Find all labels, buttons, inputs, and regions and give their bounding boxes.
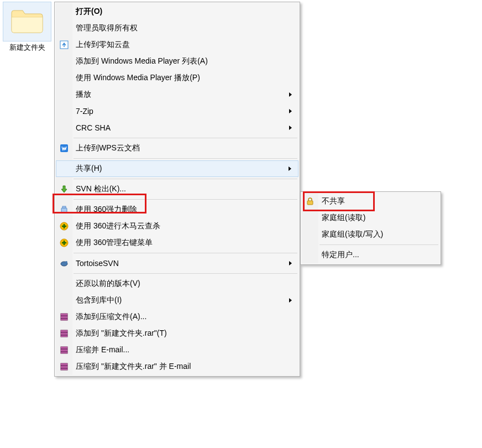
menu-item-label: 包含到库中(I) — [76, 295, 122, 305]
svg-rect-11 — [61, 319, 67, 320]
svg-rect-22 — [61, 366, 67, 368]
menu-item-label: 添加到 "新建文件夹.rar"(T) — [76, 329, 167, 338]
submenu-arrow-icon — [289, 92, 292, 97]
context-menu: 打开(O) 管理员取得所有权 上传到零知云盘 添加到 Windows Media… — [54, 2, 300, 377]
menu-item-label: 使用 360管理右键菜单 — [76, 238, 153, 248]
wps-icon — [59, 143, 69, 153]
menu-item-label: 添加到压缩文件(A)... — [76, 312, 146, 322]
menu-item-label: 共享(H) — [76, 164, 102, 174]
menu-item-label: 家庭组(读取) — [322, 213, 365, 223]
menu-separator — [74, 273, 297, 274]
menu-wmp-add[interactable]: 添加到 Windows Media Player 列表(A) — [56, 53, 298, 70]
menu-separator — [74, 253, 297, 253]
tortoise-icon — [59, 258, 69, 268]
menu-item-label: 使用 Windows Media Player 播放(P) — [76, 73, 200, 83]
menu-item-label: 添加到 Windows Media Player 列表(A) — [76, 56, 208, 66]
menu-item-label: CRC SHA — [76, 123, 111, 132]
menu-upload-cloud[interactable]: 上传到零知云盘 — [56, 37, 298, 53]
menu-item-label: 管理员取得所有权 — [76, 23, 138, 33]
menu-compress-rar-email[interactable]: 压缩到 "新建文件夹.rar" 并 E-mail — [56, 358, 298, 375]
menu-tortoisesvn[interactable]: TortoiseSVN — [56, 255, 298, 272]
svn-checkout-icon — [59, 184, 69, 194]
menu-add-rar[interactable]: 添加到 "新建文件夹.rar"(T) — [56, 325, 298, 342]
menu-share[interactable]: 共享(H) — [56, 160, 298, 177]
cloud-upload-icon — [59, 40, 69, 50]
plus-shield-icon — [59, 238, 69, 248]
desktop-folder[interactable]: 新建文件夹 — [3, 2, 51, 53]
menu-separator — [319, 244, 438, 245]
menu-item-label: 打开(O) — [76, 7, 102, 17]
menu-360-manage[interactable]: 使用 360管理右键菜单 — [56, 235, 298, 251]
menu-item-label: 压缩并 E-mail... — [76, 345, 129, 355]
menu-item-label: 上传到零知云盘 — [76, 40, 130, 50]
menu-item-label: 压缩到 "新建文件夹.rar" 并 E-mail — [76, 362, 191, 372]
menu-7zip[interactable]: 7-Zip — [56, 103, 298, 119]
svg-rect-13 — [61, 330, 67, 332]
submenu-specific-users[interactable]: 特定用户... — [302, 247, 439, 263]
menu-separator — [74, 138, 297, 138]
menu-separator — [74, 179, 297, 179]
submenu-arrow-icon — [289, 126, 292, 130]
menu-wmp-play[interactable]: 使用 Windows Media Player 播放(P) — [56, 70, 298, 86]
svg-rect-18 — [61, 350, 67, 351]
archive-icon — [59, 362, 69, 372]
menu-item-label: 还原以前的版本(V) — [76, 279, 140, 289]
share-submenu: 不共享 家庭组(读取) 家庭组(读取/写入) 特定用户... — [300, 191, 441, 265]
svg-rect-9 — [61, 314, 67, 315]
menu-crc-sha[interactable]: CRC SHA — [56, 119, 298, 136]
folder-icon-box — [3, 2, 51, 41]
archive-icon — [59, 329, 69, 338]
lock-icon — [305, 196, 315, 206]
svg-rect-24 — [307, 201, 313, 205]
menu-360-scan[interactable]: 使用 360进行木马云查杀 — [56, 218, 298, 235]
submenu-no-share[interactable]: 不共享 — [302, 193, 439, 210]
submenu-arrow-icon — [289, 109, 292, 113]
menu-item-label: SVN 检出(K)... — [76, 184, 126, 194]
menu-add-archive[interactable]: 添加到压缩文件(A)... — [56, 309, 298, 325]
menu-item-label: 家庭组(读取/写入) — [322, 230, 383, 239]
plus-shield-icon — [59, 221, 69, 231]
menu-separator — [74, 199, 297, 200]
svg-rect-17 — [61, 347, 67, 348]
menu-open[interactable]: 打开(O) — [56, 3, 298, 20]
menu-item-label: TortoiseSVN — [76, 259, 119, 268]
svg-rect-14 — [61, 333, 67, 335]
menu-upload-wps[interactable]: 上传到WPS云文档 — [56, 140, 298, 157]
svg-rect-15 — [61, 336, 67, 337]
svg-rect-23 — [61, 369, 67, 370]
svg-rect-3 — [62, 206, 66, 208]
svg-rect-2 — [61, 208, 67, 213]
svg-rect-1 — [60, 144, 68, 152]
folder-label: 新建文件夹 — [3, 43, 51, 53]
menu-restore-previous[interactable]: 还原以前的版本(V) — [56, 275, 298, 292]
submenu-homegroup-read[interactable]: 家庭组(读取) — [302, 210, 439, 226]
menu-item-label: 7-Zip — [76, 107, 93, 116]
svg-rect-19 — [61, 352, 67, 353]
svg-rect-21 — [61, 363, 67, 365]
submenu-arrow-icon — [289, 298, 292, 303]
submenu-arrow-icon — [289, 166, 291, 171]
menu-item-label: 使用 360强力删除 — [76, 205, 137, 215]
menu-include-library[interactable]: 包含到库中(I) — [56, 292, 298, 309]
menu-item-label: 播放 — [76, 90, 91, 100]
svg-rect-10 — [61, 316, 67, 318]
submenu-homegroup-readwrite[interactable]: 家庭组(读取/写入) — [302, 226, 439, 243]
archive-icon — [59, 345, 69, 355]
menu-svn-checkout[interactable]: SVN 检出(K)... — [56, 181, 298, 197]
menu-take-ownership[interactable]: 管理员取得所有权 — [56, 20, 298, 37]
delete-360-icon — [59, 205, 69, 215]
folder-icon — [11, 8, 44, 35]
menu-play[interactable]: 播放 — [56, 86, 298, 103]
svg-point-7 — [65, 261, 67, 263]
menu-item-label: 使用 360进行木马云查杀 — [76, 221, 160, 231]
menu-item-label: 特定用户... — [322, 250, 359, 260]
menu-360-delete[interactable]: 使用 360强力删除 — [56, 201, 298, 218]
menu-item-label: 不共享 — [322, 196, 345, 206]
menu-separator — [74, 158, 297, 159]
archive-icon — [59, 312, 69, 322]
menu-item-label: 上传到WPS云文档 — [76, 143, 140, 153]
submenu-arrow-icon — [289, 261, 292, 265]
menu-compress-email[interactable]: 压缩并 E-mail... — [56, 342, 298, 358]
